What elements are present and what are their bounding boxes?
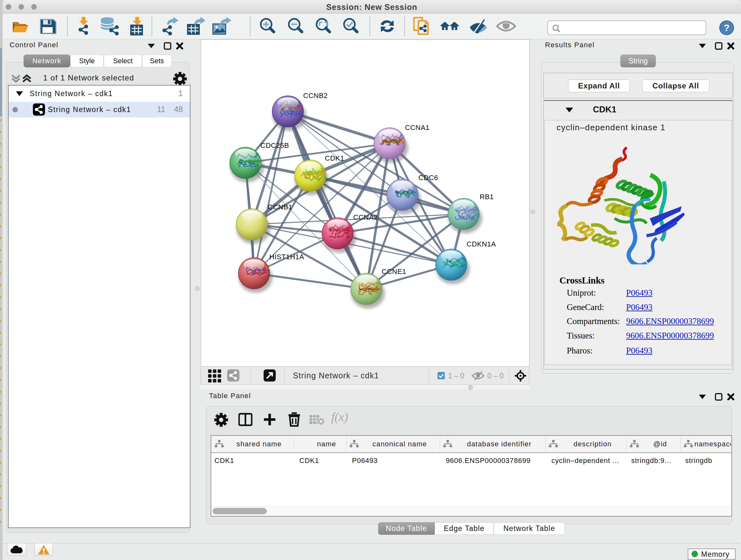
svg-text:CCNE1: CCNE1	[382, 267, 406, 275]
svg-text:CCNA2: CCNA2	[353, 213, 378, 221]
svg-text:CDK1: CDK1	[325, 154, 344, 162]
svg-text:RB1: RB1	[480, 193, 494, 201]
svg-text:CCNB1: CCNB1	[268, 203, 292, 211]
svg-text:CDC25B: CDC25B	[260, 141, 289, 149]
svg-text:HIST1H1A: HIST1H1A	[269, 253, 304, 261]
svg-text:CDC6: CDC6	[418, 174, 438, 182]
svg-text:CDKN1A: CDKN1A	[467, 240, 496, 248]
svg-text:?: ?	[724, 22, 730, 33]
svg-text:CCNA1: CCNA1	[405, 124, 429, 132]
svg-text:CCNB2: CCNB2	[303, 91, 328, 100]
